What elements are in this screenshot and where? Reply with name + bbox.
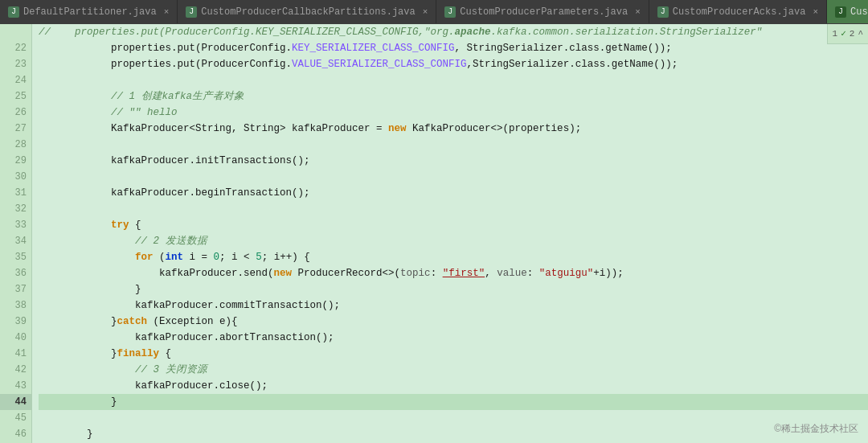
line-num: 22 [0, 40, 31, 56]
line-num: 34 [0, 233, 31, 249]
code-line-32 [39, 201, 868, 217]
tab-label: CustomProducerCallbackPartitions.java [201, 6, 415, 18]
scroll-pos: 1 [833, 26, 838, 42]
code-line-42: // 3 关闭资源 [39, 362, 868, 378]
tab-label: CustomProducerParameters.java [460, 6, 628, 18]
code-line-29: kafkaProducer.initTransactions(); [39, 153, 868, 169]
close-icon[interactable]: × [423, 7, 428, 17]
java-icon: J [444, 6, 456, 18]
close-icon[interactable]: × [164, 7, 170, 17]
line-num: 35 [0, 249, 31, 265]
code-line-33: try { [39, 217, 868, 233]
code-line-25: // 1 创建kafka生产者对象 [39, 88, 868, 105]
line-num: 29 [0, 153, 31, 169]
check-icon: ✓ [841, 26, 846, 42]
line-num: 26 [0, 105, 31, 121]
line-num: 40 [0, 330, 31, 346]
java-icon: J [8, 6, 19, 18]
line-num: 28 [0, 137, 31, 153]
line-numbers: 22 23 24 25 26 27 28 29 30 31 32 33 34 3… [0, 24, 32, 443]
line-num: 25 [0, 88, 31, 105]
code-line-45 [39, 410, 868, 426]
tab-label: DefaultPartitioner.java [23, 6, 157, 18]
code-line-27: KafkaProducer<String, String> kafkaProdu… [39, 121, 868, 137]
line-num: 24 [0, 72, 31, 88]
line-num: 36 [0, 265, 31, 281]
line-num: 42 [0, 362, 31, 378]
code-line-21: // properties.put(ProducerConfig.KEY_SER… [39, 24, 868, 40]
line-num: 30 [0, 169, 31, 185]
scroll-indicator: 1 ✓ 2 ^ [827, 24, 868, 44]
scroll-arrow: ^ [858, 26, 863, 42]
line-num: 43 [0, 378, 31, 394]
code-line-28 [39, 137, 868, 153]
line-num: 37 [0, 281, 31, 297]
line-num: 31 [0, 185, 31, 201]
code-line-24 [39, 72, 868, 88]
code-line-37: } [39, 281, 868, 297]
tab-label: CustomProducerTransactions.java [850, 6, 868, 18]
line-num: 44 [0, 394, 31, 410]
line-num: 45 [0, 410, 31, 426]
code-line-26: // "" hello [39, 105, 868, 121]
code-area[interactable]: 1 ✓ 2 ^ // properties.put(ProducerConfig… [32, 24, 868, 443]
code-line-22: properties.put(ProducerConfig.KEY_SERIAL… [39, 40, 868, 56]
code-line-39: }catch (Exception e){ [39, 314, 868, 330]
java-icon: J [835, 6, 846, 18]
line-num: 41 [0, 346, 31, 362]
code-line-31: kafkaProducer.beginTransaction(); [39, 185, 868, 201]
line-num: 33 [0, 217, 31, 233]
line-num: 32 [0, 201, 31, 217]
code-line-30 [39, 169, 868, 185]
code-line-46: } [39, 426, 868, 442]
code-line-23: properties.put(ProducerConfig.VALUE_SERI… [39, 56, 868, 72]
tab-label: CustomProducerAcks.java [673, 6, 806, 18]
tab-defaultpartitioner[interactable]: J DefaultPartitioner.java × [0, 0, 178, 24]
tab-customproducerparams[interactable]: J CustomProducerParameters.java × [436, 0, 649, 24]
java-icon: J [186, 6, 197, 18]
line-num [0, 24, 31, 40]
code-line-40: kafkaProducer.abortTransaction(); [39, 330, 868, 346]
java-icon: J [657, 6, 669, 18]
tab-customproduceraks[interactable]: J CustomProducerAcks.java × [649, 0, 827, 24]
tab-bar: J DefaultPartitioner.java × J CustomProd… [0, 0, 868, 24]
tab-customproducercallback[interactable]: J CustomProducerCallbackPartitions.java … [178, 0, 436, 24]
code-line-35: for (int i = 0; i < 5; i++) { [39, 249, 868, 265]
line-num: 46 [0, 426, 31, 442]
editor-container: 22 23 24 25 26 27 28 29 30 31 32 33 34 3… [0, 24, 868, 443]
line-num: 23 [0, 56, 31, 72]
close-icon[interactable]: × [813, 7, 818, 17]
code-line-38: kafkaProducer.commitTransaction(); [39, 297, 868, 314]
code-line-34: // 2 发送数据 [39, 233, 868, 249]
watermark: ©稀土掘金技术社区 [774, 420, 858, 437]
scroll-count: 2 [850, 26, 855, 42]
code-line-44: } [39, 394, 868, 410]
line-num: 27 [0, 121, 31, 137]
line-num: 39 [0, 314, 31, 330]
code-line-36: kafkaProducer.send(new ProducerRecord<>(… [39, 265, 868, 281]
close-icon[interactable]: × [635, 7, 641, 17]
code-line-41: }finally { [39, 346, 868, 362]
code-line-43: kafkaProducer.close(); [39, 378, 868, 394]
tab-customproducertransactions[interactable]: J CustomProducerTransactions.java × [827, 0, 868, 24]
line-num: 38 [0, 297, 31, 314]
